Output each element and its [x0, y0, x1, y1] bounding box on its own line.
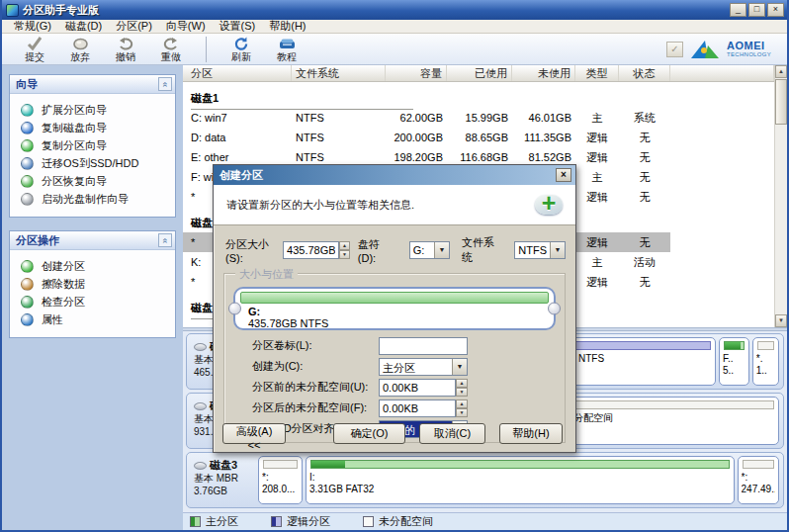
cancel-button[interactable]: 取消(C): [419, 423, 485, 444]
spin-up-icon[interactable]: ▲: [456, 399, 468, 408]
cell: 88.65GB: [447, 128, 512, 147]
column-header-5[interactable]: 类型: [575, 65, 619, 81]
sidebar-item-label: 创建分区: [42, 259, 85, 274]
menu-help[interactable]: 帮助(H): [262, 19, 312, 34]
column-header-6[interactable]: 状态: [619, 65, 670, 81]
sidebar-item-bootable-cd-wizard[interactable]: 启动光盘制作向导: [10, 190, 175, 208]
maximize-button[interactable]: □: [748, 3, 765, 17]
disk-size: 3.76GB: [194, 485, 257, 497]
dialog-close-icon[interactable]: ×: [556, 168, 571, 182]
drive-letter-value: G:: [410, 242, 434, 258]
disk-card[interactable]: 磁盘3基本 MBR3.76GB: [190, 456, 257, 504]
partition-size-slider[interactable]: G: 435.78GB NTFS: [233, 287, 556, 330]
spin-down-icon[interactable]: ▼: [339, 250, 350, 259]
toolbar-buttons: 提交放弃撤销重做刷新教程: [12, 36, 309, 62]
vertical-scrollbar[interactable]: ▲ ▼: [774, 65, 787, 327]
undo-button[interactable]: 撤销: [103, 36, 148, 62]
collapse-icon[interactable]: «: [158, 77, 172, 91]
menu-settings[interactable]: 设置(S): [213, 19, 263, 34]
chevron-down-icon[interactable]: ▼: [434, 242, 449, 258]
slider-left-handle[interactable]: [228, 303, 241, 315]
sidebar-item-copy-partition-wizard[interactable]: 复制分区向导: [10, 136, 175, 154]
sidebar-panel-body: 扩展分区向导复制磁盘向导复制分区向导迁移OS到SSD/HDD分区恢复向导启动光盘…: [10, 94, 175, 217]
volume-label-input[interactable]: [379, 337, 468, 355]
tutorial-button[interactable]: 教程: [264, 36, 309, 62]
create-as-select[interactable]: 主分区 ▼: [379, 358, 468, 376]
partition-size-input[interactable]: [283, 241, 339, 259]
menu-wizard[interactable]: 向导(W): [159, 19, 213, 34]
slider-right-handle[interactable]: [548, 303, 561, 315]
partition-usage-bar: [724, 341, 745, 350]
chevron-down-icon[interactable]: ▼: [550, 242, 565, 258]
cell: 活动: [619, 252, 670, 272]
space-after-row: 分区后的未分配空间(F): ▲▼: [224, 398, 565, 418]
menu-general[interactable]: 常规(G): [7, 19, 58, 34]
drive-letter-select[interactable]: G: ▼: [409, 241, 450, 259]
submit-label: 提交: [25, 51, 44, 62]
cell: C: win7: [183, 108, 292, 128]
sidebar-item-partition-recovery-wizard[interactable]: 分区恢复向导: [10, 172, 175, 190]
refresh-icon: [233, 36, 249, 51]
sidebar-item-check-partition[interactable]: 检查分区: [10, 293, 175, 310]
sidebar-item-migrate-os-to-ssd[interactable]: 迁移OS到SSD/HDD: [10, 154, 175, 172]
spin-up-icon[interactable]: ▲: [456, 379, 468, 388]
size-spinner[interactable]: ▲▼: [339, 241, 350, 259]
refresh-button[interactable]: 刷新: [219, 36, 264, 62]
collapse-icon[interactable]: «: [158, 233, 172, 247]
space-before-input[interactable]: [379, 379, 456, 397]
chevron-down-icon[interactable]: ▼: [452, 359, 467, 375]
partition-block[interactable]: *:208.0...: [258, 456, 303, 504]
space-after-spinner[interactable]: ▲▼: [456, 399, 468, 417]
spin-down-icon[interactable]: ▼: [456, 408, 468, 417]
partition-block[interactable]: *:247.49...: [738, 456, 779, 504]
partition-block[interactable]: F..5..: [719, 337, 749, 386]
ok-button[interactable]: 确定(O): [333, 423, 405, 444]
space-after-input[interactable]: [379, 399, 456, 417]
sidebar-item-wipe-data[interactable]: 擦除数据: [10, 275, 175, 293]
scroll-down-icon[interactable]: ▼: [775, 314, 787, 327]
space-before-spinner[interactable]: ▲▼: [456, 379, 468, 397]
advanced-button[interactable]: 高级(A)<<: [222, 423, 286, 444]
partition-row[interactable]: D: dataNTFS200.00GB88.65GB111.35GB逻辑无: [183, 128, 774, 147]
disk-name: 磁盘3: [194, 459, 257, 472]
minimize-button[interactable]: _: [730, 3, 746, 17]
file-system-select[interactable]: NTFS ▼: [514, 241, 566, 259]
spin-down-icon[interactable]: ▼: [456, 388, 468, 397]
redo-button[interactable]: 重做: [148, 36, 194, 62]
column-header-2[interactable]: 容量: [386, 65, 447, 81]
scrollbar-track[interactable]: [775, 78, 787, 314]
legend-label: 未分配空间: [379, 514, 433, 529]
redo-label: 重做: [161, 51, 181, 62]
sidebar-item-copy-disk-wizard[interactable]: 复制磁盘向导: [10, 119, 175, 136]
cell: 200.00GB: [386, 128, 447, 147]
create-partition-plus-icon: +: [532, 192, 566, 218]
disk-name-label: 磁盘3: [210, 459, 237, 472]
sidebar-item-properties[interactable]: 属性: [10, 310, 175, 328]
dialog-title-bar[interactable]: 创建分区 ×: [214, 165, 575, 185]
menu-disk[interactable]: 磁盘(D): [58, 19, 109, 34]
scrollbar-thumb[interactable]: [775, 79, 787, 125]
create-as-label: 创建为(C):: [252, 359, 379, 374]
copy-partition-wizard-icon: [21, 139, 34, 152]
cell: 无: [619, 167, 670, 187]
column-header-3[interactable]: 已使用: [447, 65, 512, 81]
help-button[interactable]: 帮助(H): [499, 423, 563, 444]
column-header-0[interactable]: 分区: [183, 65, 292, 81]
partition-row[interactable]: C: win7NTFS62.00GB15.99GB46.01GB主系统: [183, 108, 774, 128]
submit-icon: [27, 36, 43, 51]
column-header-1[interactable]: 文件系统: [292, 65, 386, 81]
cell-filler: [670, 252, 774, 272]
spin-up-icon[interactable]: ▲: [339, 241, 350, 250]
sidebar-item-expand-partition-wizard[interactable]: 扩展分区向导: [10, 101, 175, 119]
close-button[interactable]: ×: [767, 3, 784, 17]
partition-block[interactable]: *.1..: [752, 337, 779, 386]
submit-button[interactable]: 提交: [12, 36, 57, 62]
sidebar-item-create-partition[interactable]: 创建分区: [10, 257, 175, 275]
update-check-icon[interactable]: ✓: [666, 42, 683, 57]
column-header-4[interactable]: 未使用: [512, 65, 575, 81]
menu-partition[interactable]: 分区(P): [109, 19, 159, 34]
scroll-up-icon[interactable]: ▲: [775, 65, 787, 78]
disk-panel-3: 磁盘3基本 MBR3.76GB*:208.0...I:3.31GB FAT32*…: [186, 452, 784, 508]
discard-button[interactable]: 放弃: [57, 36, 103, 62]
partition-block[interactable]: I:3.31GB FAT32: [306, 456, 735, 504]
